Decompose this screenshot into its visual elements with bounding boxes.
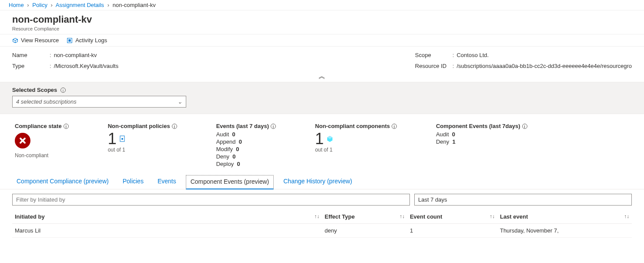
page-subtitle: Resource Compliance xyxy=(12,26,632,31)
stat-component-events: Component Events (last 7days)i Audit 0De… xyxy=(436,123,527,168)
filter-initiated-by-input[interactable] xyxy=(12,194,410,206)
noncompliant-icon xyxy=(15,133,30,148)
stat-events-7days: Events (last 7 days)i Audit 0Append 0Mod… xyxy=(216,123,276,168)
event-row: Deploy 0 xyxy=(216,161,276,167)
event-row: Audit 0 xyxy=(216,131,276,138)
chevron-right-icon: › xyxy=(27,2,29,8)
prop-resourceid-value: /subscriptions/aaaa0a0a-bb1b-cc2c-dd3d-e… xyxy=(456,63,632,69)
cell-event_count: 1 xyxy=(407,224,497,238)
event-row: Deny 1 xyxy=(436,138,527,145)
stat-label: Component Events (last 7days) xyxy=(436,123,520,129)
info-icon[interactable]: i xyxy=(64,124,69,129)
chevron-right-icon: › xyxy=(107,2,109,8)
cube-icon xyxy=(12,37,18,44)
chevron-down-icon: ⌄ xyxy=(178,98,182,105)
component-icon xyxy=(326,135,333,142)
time-range-value: Last 7 days xyxy=(418,196,447,203)
column-header[interactable]: Event count↑↓ xyxy=(407,210,497,224)
activity-logs-button[interactable]: Activity Logs xyxy=(67,37,107,44)
scopes-label: Selected Scopes xyxy=(12,87,57,93)
scope-dropdown[interactable]: 4 selected subscriptions ⌄ xyxy=(12,96,186,108)
scopes-section: Selected Scopes i 4 selected subscriptio… xyxy=(0,82,644,114)
view-resource-button[interactable]: View Resource xyxy=(12,37,59,44)
prop-type-value: /Microsoft.KeyVault/vaults xyxy=(54,63,119,69)
stat-subtext: out of 1 xyxy=(315,147,397,153)
time-range-dropdown[interactable]: Last 7 days xyxy=(414,194,632,206)
stat-subtext: out of 1 xyxy=(108,147,177,153)
tabs: Component Compliance (preview)PoliciesEv… xyxy=(0,172,644,189)
stat-label: Events (last 7 days) xyxy=(216,123,269,129)
column-header[interactable]: Effect Type↑↓ xyxy=(322,210,407,224)
prop-scope-label: Scope xyxy=(415,52,450,58)
info-icon[interactable]: i xyxy=(60,88,66,93)
sort-icon: ↑↓ xyxy=(624,213,629,219)
breadcrumb-current: non-compliant-kv xyxy=(113,2,156,8)
collapse-toggle[interactable]: ︽ xyxy=(0,71,644,82)
stat-noncompliant-policies: Non-compliant policiesi 1 out of 1 xyxy=(108,123,177,168)
info-icon[interactable]: i xyxy=(172,124,177,129)
log-icon xyxy=(67,37,73,44)
chevron-up-double-icon: ︽ xyxy=(319,72,325,80)
event-row: Deny 0 xyxy=(216,153,276,160)
breadcrumb-policy[interactable]: Policy xyxy=(32,2,47,8)
cell-effect_type: deny xyxy=(322,224,407,238)
stat-label: Non-compliant policies xyxy=(108,123,170,129)
toolbar: View Resource Activity Logs xyxy=(0,34,644,47)
column-header[interactable]: Last event↑↓ xyxy=(497,210,632,224)
prop-scope-value: Contoso Ltd. xyxy=(456,52,489,58)
activity-logs-label: Activity Logs xyxy=(75,37,107,44)
event-row: Modify 0 xyxy=(216,146,276,152)
scope-dropdown-value: 4 selected subscriptions xyxy=(16,98,77,105)
stat-label: Non-compliant components xyxy=(315,123,390,129)
stat-value: 1 xyxy=(315,131,324,147)
breadcrumb-assignment-details[interactable]: Assignment Details xyxy=(56,2,104,8)
stat-noncompliant-components: Non-compliant componentsi 1 out of 1 xyxy=(315,123,397,168)
stat-value: 1 xyxy=(108,131,117,147)
compliance-state-value: Non-compliant xyxy=(15,152,69,158)
policy-icon xyxy=(119,135,126,142)
cell-last_event: Thursday, November 7, xyxy=(497,224,632,238)
breadcrumb: Home › Policy › Assignment Details › non… xyxy=(0,0,644,10)
tab-policies[interactable]: Policies xyxy=(118,175,148,189)
svg-point-3 xyxy=(121,138,123,140)
tab-component-events-preview-[interactable]: Component Events (preview) xyxy=(186,175,274,189)
info-icon[interactable]: i xyxy=(392,124,397,129)
sort-icon: ↑↓ xyxy=(399,213,405,219)
view-resource-label: View Resource xyxy=(21,37,59,44)
sort-icon: ↑↓ xyxy=(314,213,319,219)
events-table: Initiated by↑↓Effect Type↑↓Event count↑↓… xyxy=(12,210,632,238)
chevron-right-icon: › xyxy=(51,2,53,8)
stat-label: Compliance state xyxy=(15,123,62,129)
prop-resourceid-label: Resource ID xyxy=(415,63,450,69)
tab-events[interactable]: Events xyxy=(153,175,181,189)
table-row[interactable]: Marcus Lildeny1Thursday, November 7, xyxy=(12,224,632,238)
page-title: non-compliant-kv xyxy=(12,14,632,25)
event-row: Append 0 xyxy=(216,138,276,145)
prop-type-label: Type xyxy=(12,63,47,69)
info-icon[interactable]: i xyxy=(522,124,527,129)
tab-change-history-preview-[interactable]: Change History (preview) xyxy=(279,175,356,189)
prop-name-label: Name xyxy=(12,52,47,58)
breadcrumb-home[interactable]: Home xyxy=(9,2,24,8)
info-icon[interactable]: i xyxy=(271,124,276,129)
prop-name-value: non-compliant-kv xyxy=(54,52,97,58)
properties-panel: Name : non-compliant-kv Type : /Microsof… xyxy=(0,47,644,71)
tab-component-compliance-preview-[interactable]: Component Compliance (preview) xyxy=(12,175,113,189)
sort-icon: ↑↓ xyxy=(490,213,495,219)
svg-rect-1 xyxy=(69,39,71,41)
column-header[interactable]: Initiated by↑↓ xyxy=(12,210,322,224)
stat-compliance-state: Compliance statei Non-compliant xyxy=(15,123,69,168)
cell-initiated_by: Marcus Lil xyxy=(12,224,322,238)
stats-row: Compliance statei Non-compliant Non-comp… xyxy=(0,114,644,172)
event-row: Audit 0 xyxy=(436,131,527,138)
